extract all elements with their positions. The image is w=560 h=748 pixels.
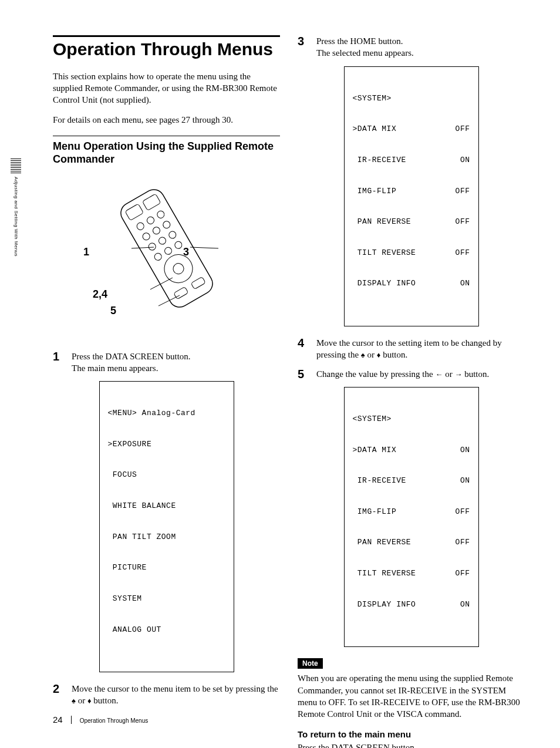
side-tab: Adjusting and Setting With Menus <box>11 159 21 257</box>
up-arrow-icon: ♠ <box>361 351 365 359</box>
note-text: When you are operating the menu using th… <box>298 672 525 720</box>
system-screen-2: <SYSTEM> >DATA MIXON IR-RECEIVEON IMG-FL… <box>344 387 479 648</box>
up-arrow-icon: ♠ <box>72 696 76 705</box>
system-screen-1: <SYSTEM> >DATA MIXOFF IR-RECEIVEON IMG-F… <box>344 66 479 327</box>
step-2: 2 Move the cursor to the menu item to be… <box>53 683 280 707</box>
step-1: 1 Press the DATA SCREEN button. The main… <box>53 351 280 375</box>
step-5-text: Change the value by pressing the ← or → … <box>316 368 525 380</box>
step-5: 5 Change the value by pressing the ← or … <box>298 368 525 380</box>
return-main-heading: To return to the main menu <box>298 729 525 739</box>
system-row: PAN REVERSEOFF <box>353 537 470 548</box>
step-4-num: 4 <box>298 337 308 361</box>
step-3-text-b: The selected menu appears. <box>316 47 525 59</box>
system-row: DISPALY INFOON <box>353 278 470 289</box>
menu-item: ANALOG OUT <box>108 625 225 635</box>
step-5-num: 5 <box>298 368 308 380</box>
footer-divider <box>71 716 72 724</box>
down-arrow-icon: ♦ <box>87 696 92 705</box>
step-2-num: 2 <box>53 683 63 707</box>
page-footer: 24 Operation Through Menus <box>53 715 148 725</box>
side-tab-text: Adjusting and Setting With Menus <box>14 177 19 257</box>
step-1-text-a: Press the DATA SCREEN button. <box>72 351 280 362</box>
menu-item: PICTURE <box>108 562 225 573</box>
right-column: 3 Press the HOME button. The selected me… <box>298 35 525 748</box>
menu-item: WHITE BALANCE <box>108 501 225 511</box>
right-arrow-icon: → <box>454 370 462 379</box>
side-tab-lines <box>11 159 21 173</box>
callout-3: 3 <box>183 246 189 258</box>
system-row: >DATA MIXON <box>353 445 470 456</box>
intro-paragraph-2: For details on each menu, see pages 27 t… <box>53 114 280 126</box>
step-3: 3 Press the HOME button. The selected me… <box>298 35 525 59</box>
step-2-text: Move the cursor to the menu item to be s… <box>72 683 280 707</box>
step-4: 4 Move the cursor to the setting item to… <box>298 337 525 361</box>
callout-1: 1 <box>83 246 89 258</box>
system-row: TILT REVERSEOFF <box>353 248 470 258</box>
system-screen-1-header: <SYSTEM> <box>353 93 470 104</box>
menu-item: SYSTEM <box>108 594 225 604</box>
step-3-text-a: Press the HOME button. <box>316 35 525 47</box>
system-row: IR-RECEIVEON <box>353 476 470 486</box>
system-row: DISPLAY INFOON <box>353 599 470 610</box>
system-row: IR-RECEIVEON <box>353 155 470 166</box>
menu-item: PAN TILT ZOOM <box>108 532 225 543</box>
step-4-text: Move the cursor to the setting item to b… <box>316 337 525 361</box>
note-badge: Note <box>298 658 323 669</box>
step-3-num: 3 <box>298 35 308 59</box>
system-row: TILT REVERSEOFF <box>353 568 470 579</box>
footer-title: Operation Through Menus <box>80 717 149 724</box>
callout-24: 2,4 <box>93 288 107 301</box>
title-rule <box>53 35 280 37</box>
section-heading: Menu Operation Using the Supplied Remote… <box>53 140 280 166</box>
footer-page-number: 24 <box>53 715 63 725</box>
menu-screen: <MENU> Analog-Card >EXPOSURE FOCUS WHITE… <box>99 381 234 672</box>
return-main-text: Press the DATA SCREEN button. <box>298 742 525 748</box>
step-1-text-b: The main menu appears. <box>72 362 280 374</box>
section-rule <box>53 136 280 136</box>
system-row: PAN REVERSEOFF <box>353 217 470 227</box>
system-row: IMG-FLIPOFF <box>353 507 470 517</box>
menu-item: FOCUS <box>108 470 225 480</box>
callout-5: 5 <box>110 305 116 317</box>
system-screen-2-header: <SYSTEM> <box>353 414 470 424</box>
menu-item: >EXPOSURE <box>108 439 225 450</box>
left-column: Operation Through Menus This section exp… <box>53 35 280 748</box>
down-arrow-icon: ♦ <box>377 351 381 359</box>
page-title: Operation Through Menus <box>53 39 280 60</box>
system-row: IMG-FLIPOFF <box>353 186 470 197</box>
system-row: >DATA MIXOFF <box>353 124 470 134</box>
menu-screen-header: <MENU> Analog-Card <box>108 408 225 419</box>
step-1-num: 1 <box>53 351 63 375</box>
intro-paragraph-1: This section explains how to operate the… <box>53 70 280 106</box>
left-arrow-icon: ← <box>435 370 443 379</box>
remote-figure: 1 3 2,4 5 <box>53 178 280 333</box>
svg-line-20 <box>190 247 218 248</box>
